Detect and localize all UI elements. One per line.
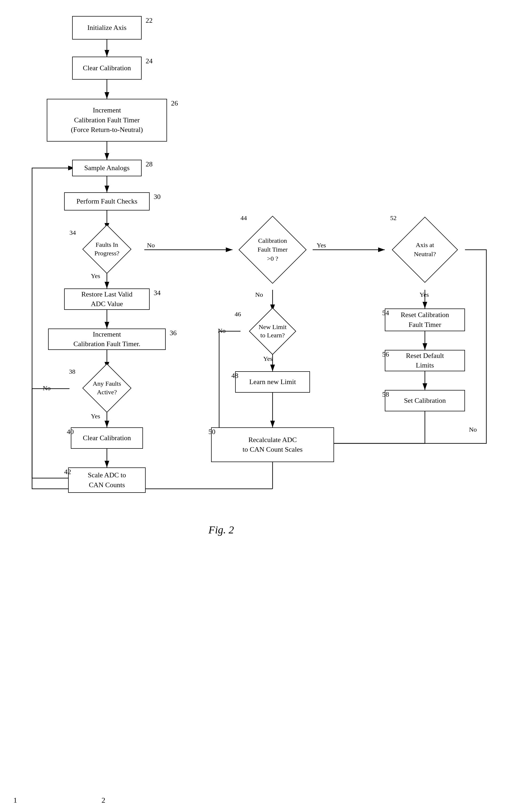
label-no-new-limit: No (218, 327, 226, 335)
ref-40: 40 (67, 428, 74, 436)
node-new-limit: New Limitto Learn? (243, 310, 302, 353)
node-perform-fault-checks: Perform Fault Checks (64, 192, 150, 210)
ref-48: 48 (231, 372, 238, 380)
ref-58: 58 (382, 390, 389, 399)
node-faults-in-progress: Faults InProgress? (80, 228, 134, 270)
page-num-right: 2 (102, 796, 105, 805)
node-recalculate-adc: Recalculate ADCto CAN Count Scales (211, 427, 334, 462)
node-scale-adc: Scale ADC toCAN Counts (68, 467, 146, 493)
ref-46: 46 (235, 311, 241, 318)
label-yes-axis-neutral: Yes (420, 291, 429, 298)
node-calibration-fault-timer: CalibrationFault Timer>0 ? (232, 214, 313, 286)
ref-50: 50 (208, 428, 216, 436)
node-sample-analogs: Sample Analogs (72, 160, 142, 176)
ref-52: 52 (390, 214, 397, 222)
node-clear-calibration-top: Clear Calibration (72, 57, 142, 80)
ref-36: 36 (170, 329, 177, 337)
ref-56: 56 (382, 350, 389, 358)
ref-28: 28 (146, 160, 152, 168)
ref-34-diamond: 34 (69, 229, 76, 236)
label-no-cal-timer: No (255, 291, 263, 298)
node-set-calibration: Set Calibration (385, 390, 465, 411)
ref-44: 44 (240, 214, 247, 222)
ref-34-rect: 34 (154, 289, 161, 297)
node-restore-adc: Restore Last ValidADC Value (64, 288, 150, 310)
label-yes-any-faults: Yes (91, 413, 100, 420)
node-learn-new-limit: Learn new Limit (235, 371, 310, 393)
label-yes-cal-timer: Yes (317, 242, 326, 249)
node-any-faults-active: Any FaultsActive? (80, 367, 134, 409)
node-reset-default-limits: Reset DefaultLimits (385, 350, 465, 371)
fig-label: Fig. 2 (208, 524, 234, 536)
page-num-left: 1 (13, 796, 17, 805)
label-no-axis-neutral: No (469, 426, 477, 433)
label-no-faults: No (147, 242, 155, 249)
ref-30: 30 (154, 193, 161, 201)
label-yes-faults: Yes (91, 272, 100, 280)
node-axis-neutral: Axis atNeutral? (385, 214, 465, 286)
node-clear-calibration-bottom: Clear Calibration (71, 427, 143, 449)
diagram-container: Initialize Axis 22 Clear Calibration 24 … (0, 0, 512, 812)
node-initialize-axis: Initialize Axis (72, 16, 142, 39)
ref-22: 22 (146, 17, 152, 25)
ref-38: 38 (69, 368, 75, 375)
label-yes-new-limit: Yes (263, 355, 273, 362)
ref-26: 26 (171, 99, 178, 107)
ref-54: 54 (382, 309, 389, 317)
node-increment-calibration-top: Increment Calibration Fault Timer (Force… (47, 99, 167, 142)
label-no-any-faults: No (43, 385, 51, 392)
ref-24: 24 (146, 57, 152, 65)
node-increment-calibration-fault: IncrementCalibration Fault Timer. (48, 328, 166, 350)
node-reset-calibration-timer: Reset CalibrationFault Timer (385, 309, 465, 331)
ref-42: 42 (64, 468, 71, 476)
